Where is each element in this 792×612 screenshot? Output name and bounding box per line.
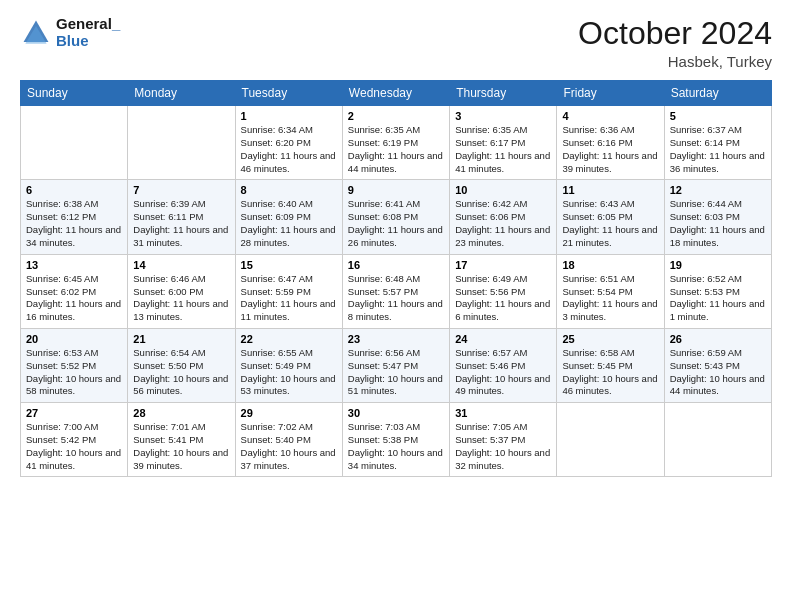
cell-info: Sunrise: 6:54 AM Sunset: 5:50 PM Dayligh… <box>133 347 229 398</box>
cell-info: Sunrise: 6:40 AM Sunset: 6:09 PM Dayligh… <box>241 198 337 249</box>
day-number: 1 <box>241 110 337 122</box>
day-number: 22 <box>241 333 337 345</box>
cell-info: Sunrise: 6:43 AM Sunset: 6:05 PM Dayligh… <box>562 198 658 249</box>
day-number: 27 <box>26 407 122 419</box>
calendar-cell: 8Sunrise: 6:40 AM Sunset: 6:09 PM Daylig… <box>235 180 342 254</box>
weekday-header-row: SundayMondayTuesdayWednesdayThursdayFrid… <box>21 81 772 106</box>
calendar-cell: 26Sunrise: 6:59 AM Sunset: 5:43 PM Dayli… <box>664 328 771 402</box>
weekday-header-monday: Monday <box>128 81 235 106</box>
calendar-cell: 24Sunrise: 6:57 AM Sunset: 5:46 PM Dayli… <box>450 328 557 402</box>
calendar-cell: 7Sunrise: 6:39 AM Sunset: 6:11 PM Daylig… <box>128 180 235 254</box>
day-number: 26 <box>670 333 766 345</box>
cell-info: Sunrise: 6:38 AM Sunset: 6:12 PM Dayligh… <box>26 198 122 249</box>
week-row-1: 1Sunrise: 6:34 AM Sunset: 6:20 PM Daylig… <box>21 106 772 180</box>
calendar-cell: 1Sunrise: 6:34 AM Sunset: 6:20 PM Daylig… <box>235 106 342 180</box>
cell-info: Sunrise: 6:52 AM Sunset: 5:53 PM Dayligh… <box>670 273 766 324</box>
cell-info: Sunrise: 6:59 AM Sunset: 5:43 PM Dayligh… <box>670 347 766 398</box>
day-number: 15 <box>241 259 337 271</box>
calendar-cell: 5Sunrise: 6:37 AM Sunset: 6:14 PM Daylig… <box>664 106 771 180</box>
day-number: 13 <box>26 259 122 271</box>
calendar-cell: 3Sunrise: 6:35 AM Sunset: 6:17 PM Daylig… <box>450 106 557 180</box>
day-number: 2 <box>348 110 444 122</box>
calendar-cell: 10Sunrise: 6:42 AM Sunset: 6:06 PM Dayli… <box>450 180 557 254</box>
calendar-cell <box>557 403 664 477</box>
calendar-cell: 21Sunrise: 6:54 AM Sunset: 5:50 PM Dayli… <box>128 328 235 402</box>
day-number: 17 <box>455 259 551 271</box>
week-row-3: 13Sunrise: 6:45 AM Sunset: 6:02 PM Dayli… <box>21 254 772 328</box>
cell-info: Sunrise: 6:56 AM Sunset: 5:47 PM Dayligh… <box>348 347 444 398</box>
cell-info: Sunrise: 6:51 AM Sunset: 5:54 PM Dayligh… <box>562 273 658 324</box>
day-number: 14 <box>133 259 229 271</box>
header: General_ Blue October 2024 Hasbek, Turke… <box>20 16 772 70</box>
day-number: 3 <box>455 110 551 122</box>
day-number: 23 <box>348 333 444 345</box>
calendar-cell: 12Sunrise: 6:44 AM Sunset: 6:03 PM Dayli… <box>664 180 771 254</box>
cell-info: Sunrise: 7:05 AM Sunset: 5:37 PM Dayligh… <box>455 421 551 472</box>
calendar-cell <box>664 403 771 477</box>
day-number: 31 <box>455 407 551 419</box>
calendar-cell: 22Sunrise: 6:55 AM Sunset: 5:49 PM Dayli… <box>235 328 342 402</box>
logo-icon <box>20 17 52 49</box>
day-number: 25 <box>562 333 658 345</box>
day-number: 30 <box>348 407 444 419</box>
calendar-cell: 23Sunrise: 6:56 AM Sunset: 5:47 PM Dayli… <box>342 328 449 402</box>
calendar-cell: 20Sunrise: 6:53 AM Sunset: 5:52 PM Dayli… <box>21 328 128 402</box>
cell-info: Sunrise: 6:35 AM Sunset: 6:19 PM Dayligh… <box>348 124 444 175</box>
cell-info: Sunrise: 6:46 AM Sunset: 6:00 PM Dayligh… <box>133 273 229 324</box>
calendar-table: SundayMondayTuesdayWednesdayThursdayFrid… <box>20 80 772 477</box>
cell-info: Sunrise: 6:48 AM Sunset: 5:57 PM Dayligh… <box>348 273 444 324</box>
weekday-header-wednesday: Wednesday <box>342 81 449 106</box>
calendar-cell: 13Sunrise: 6:45 AM Sunset: 6:02 PM Dayli… <box>21 254 128 328</box>
day-number: 19 <box>670 259 766 271</box>
weekday-header-saturday: Saturday <box>664 81 771 106</box>
subtitle: Hasbek, Turkey <box>578 53 772 70</box>
day-number: 24 <box>455 333 551 345</box>
logo: General_ Blue <box>20 16 120 49</box>
calendar-cell: 4Sunrise: 6:36 AM Sunset: 6:16 PM Daylig… <box>557 106 664 180</box>
title-block: October 2024 Hasbek, Turkey <box>578 16 772 70</box>
day-number: 9 <box>348 184 444 196</box>
weekday-header-tuesday: Tuesday <box>235 81 342 106</box>
calendar-cell: 17Sunrise: 6:49 AM Sunset: 5:56 PM Dayli… <box>450 254 557 328</box>
page: General_ Blue October 2024 Hasbek, Turke… <box>0 0 792 612</box>
cell-info: Sunrise: 6:45 AM Sunset: 6:02 PM Dayligh… <box>26 273 122 324</box>
calendar-cell: 16Sunrise: 6:48 AM Sunset: 5:57 PM Dayli… <box>342 254 449 328</box>
cell-info: Sunrise: 6:34 AM Sunset: 6:20 PM Dayligh… <box>241 124 337 175</box>
weekday-header-thursday: Thursday <box>450 81 557 106</box>
day-number: 11 <box>562 184 658 196</box>
week-row-5: 27Sunrise: 7:00 AM Sunset: 5:42 PM Dayli… <box>21 403 772 477</box>
calendar-cell: 25Sunrise: 6:58 AM Sunset: 5:45 PM Dayli… <box>557 328 664 402</box>
cell-info: Sunrise: 7:01 AM Sunset: 5:41 PM Dayligh… <box>133 421 229 472</box>
calendar-cell: 6Sunrise: 6:38 AM Sunset: 6:12 PM Daylig… <box>21 180 128 254</box>
week-row-2: 6Sunrise: 6:38 AM Sunset: 6:12 PM Daylig… <box>21 180 772 254</box>
calendar-cell: 18Sunrise: 6:51 AM Sunset: 5:54 PM Dayli… <box>557 254 664 328</box>
day-number: 29 <box>241 407 337 419</box>
calendar-cell: 28Sunrise: 7:01 AM Sunset: 5:41 PM Dayli… <box>128 403 235 477</box>
day-number: 5 <box>670 110 766 122</box>
calendar-cell: 19Sunrise: 6:52 AM Sunset: 5:53 PM Dayli… <box>664 254 771 328</box>
calendar-cell: 11Sunrise: 6:43 AM Sunset: 6:05 PM Dayli… <box>557 180 664 254</box>
cell-info: Sunrise: 6:53 AM Sunset: 5:52 PM Dayligh… <box>26 347 122 398</box>
calendar-cell: 9Sunrise: 6:41 AM Sunset: 6:08 PM Daylig… <box>342 180 449 254</box>
cell-info: Sunrise: 6:49 AM Sunset: 5:56 PM Dayligh… <box>455 273 551 324</box>
day-number: 21 <box>133 333 229 345</box>
cell-info: Sunrise: 6:35 AM Sunset: 6:17 PM Dayligh… <box>455 124 551 175</box>
cell-info: Sunrise: 6:57 AM Sunset: 5:46 PM Dayligh… <box>455 347 551 398</box>
calendar-cell: 2Sunrise: 6:35 AM Sunset: 6:19 PM Daylig… <box>342 106 449 180</box>
cell-info: Sunrise: 6:41 AM Sunset: 6:08 PM Dayligh… <box>348 198 444 249</box>
day-number: 18 <box>562 259 658 271</box>
day-number: 12 <box>670 184 766 196</box>
month-title: October 2024 <box>578 16 772 51</box>
day-number: 7 <box>133 184 229 196</box>
day-number: 10 <box>455 184 551 196</box>
cell-info: Sunrise: 6:44 AM Sunset: 6:03 PM Dayligh… <box>670 198 766 249</box>
day-number: 16 <box>348 259 444 271</box>
cell-info: Sunrise: 7:00 AM Sunset: 5:42 PM Dayligh… <box>26 421 122 472</box>
cell-info: Sunrise: 6:39 AM Sunset: 6:11 PM Dayligh… <box>133 198 229 249</box>
cell-info: Sunrise: 6:37 AM Sunset: 6:14 PM Dayligh… <box>670 124 766 175</box>
cell-info: Sunrise: 6:58 AM Sunset: 5:45 PM Dayligh… <box>562 347 658 398</box>
cell-info: Sunrise: 6:42 AM Sunset: 6:06 PM Dayligh… <box>455 198 551 249</box>
calendar-cell: 31Sunrise: 7:05 AM Sunset: 5:37 PM Dayli… <box>450 403 557 477</box>
cell-info: Sunrise: 7:02 AM Sunset: 5:40 PM Dayligh… <box>241 421 337 472</box>
cell-info: Sunrise: 6:55 AM Sunset: 5:49 PM Dayligh… <box>241 347 337 398</box>
